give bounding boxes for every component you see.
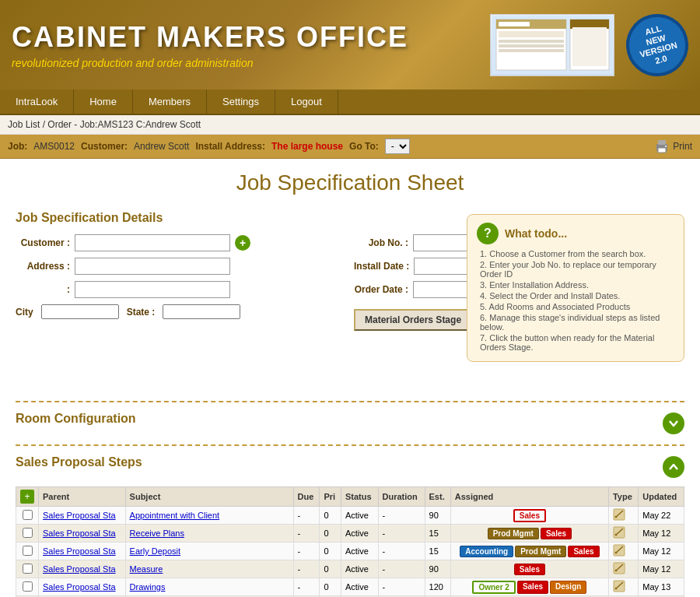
parent-link[interactable]: Sales Proposal Sta (43, 564, 116, 574)
print-button[interactable]: Print (654, 139, 692, 153)
assignment-tag: Design (550, 581, 586, 594)
assignment-tag: Prod Mgmt (515, 546, 566, 557)
row-est: 90 (425, 507, 450, 525)
row-duration: - (378, 543, 425, 560)
subject-link[interactable]: Early Deposit (130, 546, 180, 556)
header-right: ALL NEW VERSION 2.0 (490, 14, 688, 76)
subject-link[interactable]: Receive Plans (130, 529, 184, 538)
subject-link[interactable]: Appointment with Client (130, 511, 220, 520)
row-parent: Sales Proposal Sta (39, 543, 126, 560)
parent-link[interactable]: Sales Proposal Sta (43, 529, 116, 538)
customer-row: Customer : + (16, 234, 346, 251)
add-row-button[interactable]: + (20, 490, 34, 504)
col-parent: Parent (39, 487, 126, 507)
svg-rect-3 (499, 22, 530, 26)
sales-steps-expand-button[interactable] (663, 456, 684, 478)
row-checkbox-cell (16, 560, 39, 578)
table-row: Sales Proposal Sta Drawings - 0 Active -… (16, 578, 684, 596)
nav-intralook[interactable]: IntraLook (0, 90, 74, 114)
nav-home[interactable]: Home (74, 90, 133, 114)
edit-icon[interactable] (613, 562, 625, 574)
row-updated: May 12 (639, 525, 684, 543)
row-checkbox[interactable] (23, 564, 33, 574)
header-branding: CABINET MAKERS OFFICE revolutionized pro… (12, 21, 408, 69)
row-status: Active (341, 543, 378, 560)
row-pri: 0 (320, 578, 341, 596)
row-est: 15 (425, 525, 450, 543)
city-label: City (16, 307, 33, 318)
customer-label: Customer: (81, 141, 128, 152)
edit-icon[interactable] (613, 580, 625, 592)
address2-input[interactable] (75, 281, 230, 298)
step-6: 6. Manage this stage's individual steps … (477, 313, 674, 332)
edit-icon[interactable] (613, 544, 625, 557)
subject-link[interactable]: Drawings (130, 582, 166, 592)
table-row: Sales Proposal Sta Early Deposit - 0 Act… (16, 543, 684, 560)
what-todo-header: ? What todo... (477, 223, 674, 244)
state-input[interactable] (163, 304, 240, 319)
material-orders-stage-button[interactable]: Material Orders Stage (354, 309, 472, 331)
assignment-tag: Accounting (460, 546, 513, 557)
customer-add-button[interactable]: + (235, 235, 250, 251)
job-id-value: AMS0012 (33, 141, 75, 152)
table-header-row: + Parent Subject Due Pri Status Duration… (16, 487, 684, 507)
install-date-label: Install Date : (354, 261, 409, 272)
parent-link[interactable]: Sales Proposal Sta (43, 546, 116, 556)
job-id-label: Job: (8, 141, 27, 152)
svg-rect-12 (658, 140, 666, 145)
room-config-section: Room Configuration (16, 412, 684, 435)
row-due: - (293, 507, 320, 525)
row-checkbox-cell (16, 578, 39, 596)
chevron-down-icon (667, 417, 680, 430)
room-config-expand-button[interactable] (663, 413, 684, 434)
row-checkbox[interactable] (23, 528, 33, 538)
row-updated: May 22 (639, 507, 684, 525)
assignment-tag: Sales (517, 581, 548, 594)
main-nav: IntraLook Home Members Settings Logout (0, 90, 700, 115)
row-checkbox[interactable] (23, 510, 33, 520)
sales-steps-header: Sales Proposal Steps (16, 455, 142, 469)
job-bar: Job: AMS0012 Customer: Andrew Scott Inst… (0, 135, 700, 159)
edit-icon[interactable] (613, 526, 625, 539)
customer-input[interactable] (75, 234, 230, 251)
row-status: Active (341, 525, 378, 543)
row-parent: Sales Proposal Sta (39, 525, 126, 543)
app-title: CABINET MAKERS OFFICE (12, 21, 408, 54)
app-screenshot-preview (490, 14, 614, 76)
main-content: Job Specification Sheet Job Specificatio… (0, 159, 700, 597)
row-type (608, 560, 638, 578)
row-est: 120 (425, 578, 450, 596)
nav-members[interactable]: Members (133, 90, 207, 114)
parent-link[interactable]: Sales Proposal Sta (43, 582, 116, 592)
row-checkbox[interactable] (23, 581, 33, 592)
parent-link[interactable]: Sales Proposal Sta (43, 511, 116, 520)
nav-logout[interactable]: Logout (275, 90, 338, 114)
row-type (608, 543, 638, 560)
subject-link[interactable]: Measure (130, 564, 163, 574)
row-assigned: AccountingProd MgmtSales (450, 543, 608, 560)
nav-settings[interactable]: Settings (207, 90, 275, 114)
table-row: Sales Proposal Sta Appointment with Clie… (16, 507, 684, 525)
row-checkbox-cell (16, 543, 39, 560)
svg-point-14 (665, 146, 667, 147)
row-type (608, 578, 638, 596)
row-type (608, 525, 638, 543)
row-est: 15 (425, 543, 450, 560)
svg-rect-13 (658, 148, 666, 153)
table-row: Sales Proposal Sta Measure - 0 Active - … (16, 560, 684, 578)
goto-select[interactable]: - (385, 139, 410, 154)
goto-label: Go To: (349, 141, 379, 152)
address-input[interactable] (75, 258, 230, 275)
edit-icon[interactable] (613, 508, 625, 521)
address-label: Install Address: (195, 141, 265, 152)
col-duration: Duration (378, 487, 425, 507)
row-assigned: Owner 2SalesDesign (450, 578, 608, 596)
row-checkbox[interactable] (23, 546, 33, 556)
row-est: 90 (425, 560, 450, 578)
chevron-up-icon (667, 461, 680, 473)
row-duration: - (378, 507, 425, 525)
order-date-label: Order Date : (354, 284, 408, 295)
row-assigned: Sales (450, 560, 608, 578)
city-input[interactable] (41, 304, 119, 319)
jobno-field-label: Job No. : (354, 237, 408, 248)
